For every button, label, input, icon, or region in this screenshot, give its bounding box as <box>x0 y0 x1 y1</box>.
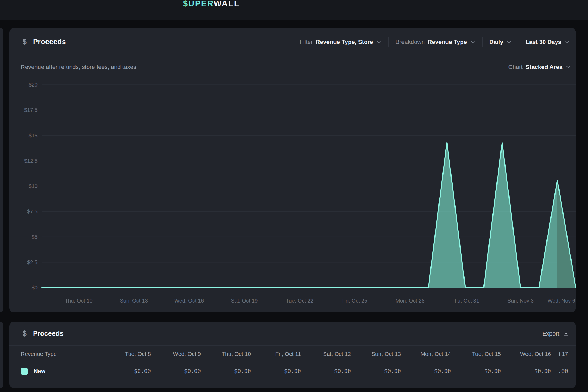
adjacent-card-divider <box>0 56 3 56</box>
column-header-date: Thu, Oct 17 <box>559 346 576 362</box>
download-icon <box>563 330 569 337</box>
column-header-date: Thu, Oct 10 <box>209 346 259 362</box>
chevron-down-icon <box>470 39 476 45</box>
adjacent-card-left-edge <box>0 28 3 312</box>
x-axis-tick: Fri, Oct 25 <box>326 297 384 305</box>
column-header-date: Sun, Oct 13 <box>359 346 409 362</box>
x-axis-tick: Sat, Oct 19 <box>215 297 274 305</box>
value-cell: $0.00 <box>209 362 259 380</box>
value-cell: $0.00 <box>109 362 159 380</box>
value-cell: $0.00 <box>309 362 359 380</box>
granularity-value: Daily <box>489 39 503 46</box>
y-axis-tick: $12.5 <box>9 157 38 164</box>
chart-controls: Filter Revenue Type, Store Breakdown Rev… <box>300 37 570 47</box>
proceeds-table-card: $ Proceeds Export Revenue TypeTue, Oct 8… <box>9 322 576 388</box>
column-header-date: Sat, Oct 12 <box>309 346 359 362</box>
value-cell: $0.00 <box>509 362 559 380</box>
value-cell: $0.00 <box>559 362 576 380</box>
x-axis-tick: Mon, Oct 28 <box>381 297 439 305</box>
chart-subtitle: Revenue after refunds, store fees, and t… <box>21 64 136 71</box>
x-axis-tick: Thu, Oct 31 <box>436 297 495 305</box>
divider <box>388 37 389 47</box>
filter-value: Revenue Type, Store <box>316 39 373 46</box>
divider <box>519 37 519 47</box>
logo-accent-text: $UPER <box>183 0 214 8</box>
value-cell: $0.00 <box>409 362 459 380</box>
dollar-icon: $ <box>23 38 27 46</box>
y-axis-tick: $20 <box>9 81 38 88</box>
superwall-logo[interactable]: $UPERWALL <box>183 0 240 9</box>
column-header-date: Tue, Oct 15 <box>459 346 509 362</box>
breakdown-value: Revenue Type <box>428 39 467 46</box>
chart-type-value: Stacked Area <box>525 64 562 71</box>
value-cell: $0.00 <box>159 362 209 380</box>
top-nav-bar: $UPERWALL <box>0 0 588 20</box>
x-axis-tick: Tue, Oct 22 <box>270 297 329 305</box>
breakdown-dropdown[interactable]: Breakdown Revenue Type <box>395 39 476 46</box>
column-header-date: Wed, Oct 9 <box>159 346 209 362</box>
granularity-dropdown[interactable]: Daily <box>489 39 512 46</box>
series-name: New <box>34 368 45 375</box>
x-axis-tick: Wed, Nov 6 <box>517 297 575 305</box>
date-range-dropdown[interactable]: Last 30 Days <box>525 39 570 46</box>
adjacent-card-left-edge <box>0 322 3 388</box>
series-color-swatch <box>21 368 28 375</box>
chevron-down-icon <box>376 39 382 45</box>
column-header-date: Fri, Oct 11 <box>259 346 309 362</box>
y-axis-tick: $5 <box>9 234 38 240</box>
chart-type-label: Chart <box>508 64 523 71</box>
value-cell: $0.00 <box>259 362 309 380</box>
y-axis-tick: $0 <box>9 284 38 291</box>
filter-label: Filter <box>300 39 313 46</box>
table-header-row: Revenue TypeTue, Oct 8Wed, Oct 9Thu, Oct… <box>9 345 576 362</box>
y-axis-tick: $7.5 <box>9 208 38 215</box>
x-axis-tick: Sun, Oct 13 <box>105 297 163 305</box>
column-header-date: Mon, Oct 14 <box>409 346 459 362</box>
chart-card-header: $ Proceeds Filter Revenue Type, Store Br… <box>9 28 576 56</box>
chart-subheader: Revenue after refunds, store fees, and t… <box>9 56 576 78</box>
chevron-down-icon <box>506 39 512 45</box>
logo-rest-text: WALL <box>214 0 240 8</box>
export-label: Export <box>542 330 559 337</box>
column-header-date: Tue, Oct 8 <box>109 346 159 362</box>
x-axis-tick: Thu, Oct 10 <box>49 297 108 305</box>
column-header-revenue-type: Revenue Type <box>9 346 109 362</box>
table-card-header: $ Proceeds Export <box>9 322 576 345</box>
y-axis-tick: $15 <box>9 132 38 139</box>
value-cell: $0.00 <box>459 362 509 380</box>
divider <box>482 37 483 47</box>
dollar-icon: $ <box>23 329 27 338</box>
filter-dropdown[interactable]: Filter Revenue Type, Store <box>300 39 382 46</box>
value-cell: $0.00 <box>359 362 409 380</box>
chart-card-title: Proceeds <box>33 38 66 46</box>
x-axis-tick: Wed, Oct 16 <box>160 297 218 305</box>
proceeds-chart-card: $ Proceeds Filter Revenue Type, Store Br… <box>9 28 576 312</box>
y-axis-tick: $17.5 <box>9 107 38 113</box>
chevron-down-icon <box>565 64 571 70</box>
table-card-title: Proceeds <box>33 330 64 337</box>
chart-type-dropdown[interactable]: Chart Stacked Area <box>508 64 571 71</box>
y-axis-tick: $10 <box>9 183 38 190</box>
row-label-cell: New <box>9 362 109 380</box>
table-row: New$0.00$0.00$0.00$0.00$0.00$0.00$0.00$0… <box>9 362 576 380</box>
date-range-value: Last 30 Days <box>525 39 561 46</box>
chevron-down-icon <box>564 39 570 45</box>
export-button[interactable]: Export <box>542 330 569 337</box>
y-axis-tick: $2.5 <box>9 259 38 266</box>
breakdown-label: Breakdown <box>395 39 425 46</box>
column-header-date: Wed, Oct 16 <box>509 346 559 362</box>
